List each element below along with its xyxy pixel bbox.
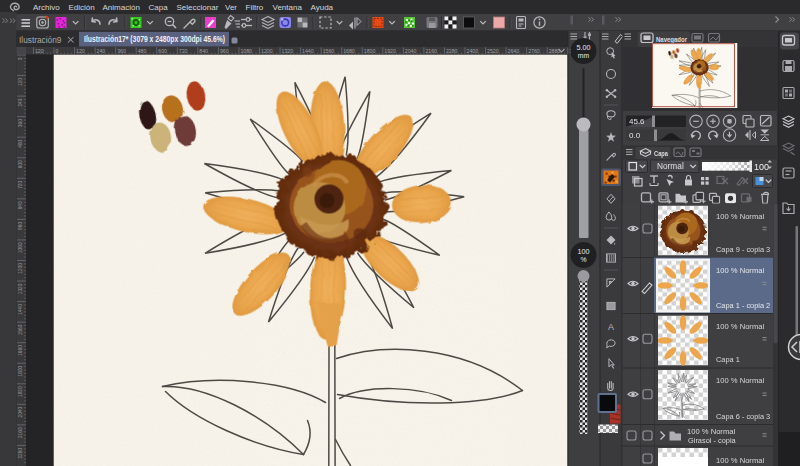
svg-text:2040: 2040: [18, 407, 23, 418]
svg-text:0.0: 0.0: [629, 131, 641, 140]
svg-text:100: 100: [578, 247, 590, 256]
svg-text:Capa: Capa: [149, 3, 169, 12]
svg-text:1080: 1080: [18, 242, 23, 253]
svg-text:1320: 1320: [18, 283, 23, 294]
svg-text:Capa 6 - copia 3: Capa 6 - copia 3: [716, 412, 770, 421]
svg-text:100: 100: [754, 162, 769, 172]
svg-text:45.6: 45.6: [629, 117, 645, 126]
svg-text:Archivo: Archivo: [33, 3, 60, 12]
svg-text:360: 360: [117, 48, 126, 54]
svg-text:Ventana: Ventana: [273, 3, 303, 12]
svg-text:120: 120: [76, 48, 85, 54]
svg-text:840: 840: [199, 48, 208, 54]
svg-text:Ayuda: Ayuda: [311, 3, 334, 12]
svg-text:1680: 1680: [18, 345, 23, 356]
svg-text:Seleccionar: Seleccionar: [177, 3, 219, 12]
svg-text:Animación: Animación: [103, 3, 140, 12]
svg-text:1560: 1560: [18, 324, 23, 335]
svg-text:Ilustración17* (3079 x 2480px: Ilustración17* (3079 x 2480px 300dpi 45.…: [84, 35, 225, 44]
svg-text:100 % Normal: 100 % Normal: [716, 266, 764, 275]
svg-text:0: 0: [56, 48, 59, 54]
svg-text:100 % Normal: 100 % Normal: [716, 212, 764, 221]
svg-text:100 % Normal: 100 % Normal: [716, 456, 764, 465]
svg-text:Capa 1: Capa 1: [716, 355, 740, 364]
svg-text:600: 600: [18, 160, 23, 168]
svg-text:Capa 9 - copia 3: Capa 9 - copia 3: [716, 245, 770, 254]
svg-text:960: 960: [220, 48, 229, 54]
svg-text:720: 720: [179, 48, 188, 54]
svg-text:240: 240: [97, 48, 106, 54]
svg-text:960: 960: [18, 222, 23, 230]
svg-text:100 % Normal: 100 % Normal: [716, 322, 764, 331]
svg-text:2160: 2160: [18, 427, 23, 438]
svg-text:Edición: Edición: [69, 3, 95, 12]
svg-text:Navegador: Navegador: [656, 35, 687, 44]
svg-text:Ilustración9: Ilustración9: [19, 35, 62, 45]
svg-text:480: 480: [138, 48, 147, 54]
svg-text:Capa: Capa: [654, 149, 668, 158]
svg-text:240: 240: [18, 98, 23, 106]
svg-text:mm: mm: [578, 52, 590, 59]
svg-text:1200: 1200: [18, 263, 23, 274]
svg-text:Normal: Normal: [657, 161, 684, 171]
svg-text:1800: 1800: [18, 365, 23, 376]
svg-text:600: 600: [158, 48, 167, 54]
svg-text:100 % Normal: 100 % Normal: [687, 427, 735, 436]
svg-text:840: 840: [18, 201, 23, 209]
svg-text:Capa 1 - copia 2: Capa 1 - copia 2: [716, 301, 770, 310]
svg-text:120: 120: [18, 78, 23, 86]
svg-text:Filtro: Filtro: [246, 3, 264, 12]
svg-text:5.00: 5.00: [577, 43, 591, 52]
svg-text:1920: 1920: [18, 386, 23, 397]
svg-text:%: %: [580, 256, 586, 263]
svg-text:2280: 2280: [18, 448, 23, 459]
svg-text:Ver: Ver: [225, 3, 237, 12]
svg-text:360: 360: [18, 119, 23, 127]
svg-text:480: 480: [18, 139, 23, 147]
svg-text:720: 720: [18, 180, 23, 188]
svg-text:A: A: [608, 322, 614, 332]
svg-text:100 % Normal: 100 % Normal: [716, 376, 764, 385]
svg-text:Girasol - copia: Girasol - copia: [688, 436, 737, 445]
svg-text:120: 120: [35, 48, 44, 54]
svg-text:1440: 1440: [18, 304, 23, 315]
svg-text:0: 0: [18, 57, 23, 60]
